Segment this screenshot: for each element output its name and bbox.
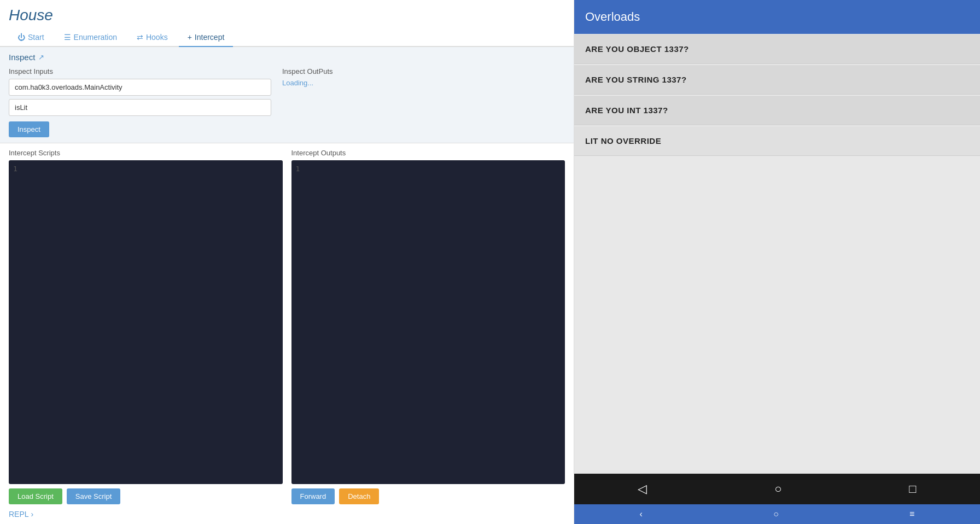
- overload-item-str[interactable]: ARE YOU STRING 1337?: [574, 65, 980, 95]
- loading-indicator: Loading...: [282, 79, 565, 87]
- inspect-outputs-label: Inspect OutPuts: [282, 67, 565, 75]
- overloads-header: Overloads: [574, 0, 980, 34]
- outputs-line-numbers: 1: [296, 165, 307, 480]
- inspect-link-icon[interactable]: ↗: [38, 53, 44, 61]
- inspect-title: Inspect: [9, 53, 35, 62]
- outputs-content[interactable]: [307, 165, 561, 480]
- scripts-line-numbers: 1: [13, 165, 24, 480]
- app-title: House: [0, 0, 574, 28]
- hooks-icon: ⇄: [137, 33, 143, 42]
- overloads-list: ARE YOU OBJECT 1337? ARE YOU STRING 1337…: [574, 34, 980, 254]
- inspect-inputs-column: Inspect Inputs Inspect: [9, 67, 271, 137]
- overloads-empty-space: [574, 254, 980, 474]
- intercept-outputs-col: Intercept Outputs 1 Forward Detach: [291, 149, 565, 504]
- intercept-scripts-col: Intercept Scripts 1 Load Script Save Scr…: [9, 149, 283, 504]
- tab-intercept[interactable]: + Intercept: [179, 28, 234, 47]
- repl-label: REPL: [9, 510, 29, 519]
- inspect-inputs-label: Inspect Inputs: [9, 67, 271, 75]
- repl-link[interactable]: REPL ›: [9, 510, 565, 519]
- intercept-scripts-label: Intercept Scripts: [9, 149, 283, 157]
- tab-hooks[interactable]: ⇄ Hooks: [128, 28, 177, 47]
- inspect-button[interactable]: Inspect: [9, 121, 49, 137]
- right-panel: Overloads ARE YOU OBJECT 1337? ARE YOU S…: [574, 0, 980, 524]
- tabs-bar: ⏻ Start ☰ Enumeration ⇄ Hooks + Intercep…: [0, 28, 574, 47]
- android-recents-icon[interactable]: □: [909, 482, 916, 496]
- class-input[interactable]: [9, 79, 271, 96]
- inspect-body: Inspect Inputs Inspect Inspect OutPuts L…: [9, 67, 565, 137]
- intercept-icon: +: [188, 33, 192, 42]
- tab-start[interactable]: ⏻ Start: [9, 28, 53, 47]
- android-bottom-bar: ‹ ○ ≡: [574, 504, 980, 524]
- load-script-button[interactable]: Load Script: [9, 488, 62, 504]
- left-panel: House ⏻ Start ☰ Enumeration ⇄ Hooks + In…: [0, 0, 574, 524]
- outputs-editor[interactable]: 1: [291, 160, 565, 484]
- inspect-header: Inspect ↗: [9, 53, 565, 62]
- bottom-home-icon[interactable]: ○: [773, 509, 779, 519]
- intercept-section: Intercept Scripts 1 Load Script Save Scr…: [0, 143, 574, 524]
- scripts-buttons: Load Script Save Script: [9, 488, 283, 504]
- start-icon: ⏻: [18, 33, 25, 42]
- bottom-back-icon[interactable]: ‹: [640, 509, 643, 519]
- forward-button[interactable]: Forward: [291, 488, 335, 504]
- repl-chevron-icon: ›: [31, 510, 34, 519]
- intercept-outputs-label: Intercept Outputs: [291, 149, 565, 157]
- overload-item-obj[interactable]: ARE YOU OBJECT 1337?: [574, 34, 980, 64]
- outputs-buttons: Forward Detach: [291, 488, 565, 504]
- android-home-icon[interactable]: ○: [774, 482, 781, 496]
- bottom-menu-icon[interactable]: ≡: [909, 509, 914, 519]
- overload-item-int[interactable]: ARE YOU INT 1337?: [574, 96, 980, 125]
- overload-item-lit[interactable]: LIT NO OVERRIDE: [574, 126, 980, 156]
- android-back-icon[interactable]: ◁: [638, 482, 647, 496]
- save-script-button[interactable]: Save Script: [67, 488, 120, 504]
- enumeration-icon: ☰: [64, 33, 71, 42]
- tab-enumeration[interactable]: ☰ Enumeration: [55, 28, 126, 47]
- android-nav-bar: ◁ ○ □: [574, 474, 980, 504]
- scripts-editor[interactable]: 1: [9, 160, 283, 484]
- intercept-row: Intercept Scripts 1 Load Script Save Scr…: [9, 149, 565, 504]
- detach-button[interactable]: Detach: [339, 488, 379, 504]
- scripts-content[interactable]: [24, 165, 278, 480]
- method-input[interactable]: [9, 99, 271, 116]
- inspect-section: Inspect ↗ Inspect Inputs Inspect Inspect…: [0, 47, 574, 143]
- inspect-outputs-column: Inspect OutPuts Loading...: [282, 67, 565, 137]
